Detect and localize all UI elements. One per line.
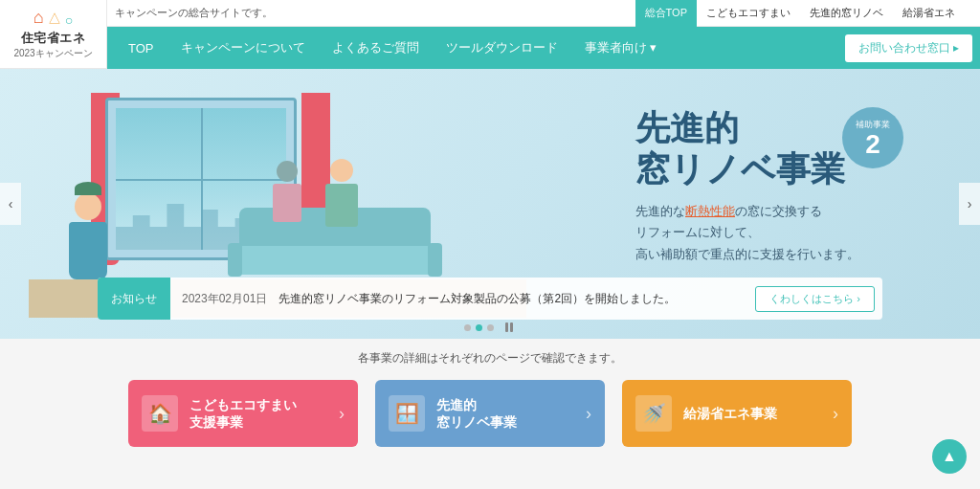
card-mado-arrow: › <box>586 404 591 424</box>
card-kyuto-text: 給湯省エネ事業 <box>683 405 821 422</box>
hero-text: 補助事業 2 先進的 窓リノベ事業 先進的な断熱性能の窓に交換する リフォームに… <box>635 98 923 265</box>
news-date: 2023年02月01日 <box>170 291 278 307</box>
hero-next-button[interactable]: › <box>959 183 980 225</box>
news-more-button[interactable]: くわしくはこちら › <box>755 286 875 312</box>
sofa-arm-right <box>428 243 442 277</box>
card-kodomo-arrow: › <box>339 404 345 424</box>
triangle-icon: △ <box>48 11 61 28</box>
nav-tools[interactable]: ツールダウンロード <box>433 27 571 69</box>
card-kodomo-text: こどもエコすまい 支援事業 <box>189 396 327 431</box>
top-bar: キャンペーンの総合サイトです。 総合TOP こどもエコすまい 先進的窓リノベ 給… <box>0 0 980 27</box>
hero-badge-num: 2 <box>865 131 880 158</box>
nav-top[interactable]: TOP <box>115 27 167 69</box>
sofa-arm-left <box>228 243 242 277</box>
nav-business[interactable]: 事業者向け ▾ <box>571 27 671 69</box>
bottom-section: 各事業の詳細はそれぞれのページで確認できます。 🏠 こどもエコすまい 支援事業 … <box>0 339 980 489</box>
sofa-seat <box>234 246 435 275</box>
card-mado-icon: 🪟 <box>389 395 425 432</box>
card-mado-text: 先進的 窓リノベ事業 <box>436 396 574 431</box>
nav-campaign[interactable]: キャンペーンについて <box>167 27 319 69</box>
pause-bar-2 <box>510 322 513 332</box>
card-kodomo-icon: 🏠 <box>142 395 178 432</box>
house-icon: ⌂ <box>33 8 44 28</box>
news-bar: お知らせ 2023年02月01日 先進的窓リノベ事業のリフォーム対象製品の公募（… <box>98 278 882 320</box>
topnav-item-kyuto[interactable]: 給湯省エネ <box>893 0 965 27</box>
card-kodomo-title-2: 支援事業 <box>189 413 327 431</box>
cards-row: 🏠 こどもエコすまい 支援事業 › 🪟 先進的 窓リノベ事業 › 🚿 給湯省エネ… <box>128 380 852 447</box>
card-kyuto-arrow: › <box>833 404 838 424</box>
hero-desc-line3: 高い補助額で重点的に支援を行います。 <box>635 244 923 265</box>
news-text: 先進的窓リノベ事業のリフォーム対象製品の公募（第2回）を開始しました。 <box>278 291 755 307</box>
card-kyuto-icon: 🚿 <box>635 395 672 432</box>
dot-3[interactable] <box>487 324 494 331</box>
card-kodomo[interactable]: 🏠 こどもエコすまい 支援事業 › <box>128 380 358 447</box>
dot-1[interactable] <box>464 324 471 331</box>
circle-icon: ○ <box>65 12 73 28</box>
person-head <box>75 193 101 220</box>
card-kyuto[interactable]: 🚿 給湯省エネ事業 › <box>622 380 852 447</box>
hero-badge: 補助事業 2 <box>842 107 903 168</box>
card-kodomo-title-1: こどもエコすまい <box>189 396 327 413</box>
logo-text-main: 住宅省エネ <box>21 30 86 47</box>
logo-icons: ⌂ △ ○ <box>33 8 73 28</box>
hero-desc-line2: リフォームに対して、 <box>635 222 923 243</box>
hero-section: ‹ <box>0 69 980 339</box>
pause-button[interactable] <box>502 321 516 334</box>
topnav-item-top[interactable]: 総合TOP <box>635 0 697 27</box>
bottom-intro: 各事業の詳細はそれぞれのページで確認できます。 <box>358 350 622 367</box>
news-tag: お知らせ <box>98 278 170 320</box>
top-nav: 総合TOP こどもエコすまい 先進的窓リノベ 給湯省エネ <box>635 0 965 27</box>
card-mado-title-2: 窓リノベ事業 <box>436 413 574 431</box>
scroll-top-button[interactable]: ▲ <box>932 439 967 474</box>
card-mado[interactable]: 🪟 先進的 窓リノベ事業 › <box>375 380 605 447</box>
pagination-dots <box>464 321 516 334</box>
topnav-item-mado[interactable]: 先進的窓リノベ <box>800 0 893 27</box>
person-hair <box>75 182 101 195</box>
card-kyuto-title-1: 給湯省エネ事業 <box>683 405 821 422</box>
logo-text-sub: 2023キャンペーン <box>13 47 92 60</box>
pause-bar-1 <box>505 322 508 332</box>
person-body <box>69 222 107 279</box>
person-standing <box>69 180 107 279</box>
person-sitting-1 <box>273 161 301 222</box>
dot-2[interactable] <box>476 324 482 331</box>
top-bar-message: キャンペーンの総合サイトです。 <box>115 6 273 20</box>
nav-faq[interactable]: よくあるご質問 <box>319 27 433 69</box>
hero-desc: 先進的な断熱性能の窓に交換する リフォームに対して、 高い補助額で重点的に支援を… <box>635 201 923 264</box>
main-nav: TOP キャンペーンについて よくあるご質問 ツールダウンロード 事業者向け ▾… <box>107 27 980 69</box>
hero-desc-line1: 先進的な断熱性能の窓に交換する <box>635 201 923 222</box>
person-sitting-2 <box>325 159 358 227</box>
contact-button[interactable]: お問い合わせ窓口 ▸ <box>845 34 972 62</box>
main-nav-links: TOP キャンペーンについて よくあるご質問 ツールダウンロード 事業者向け ▾ <box>115 27 670 69</box>
card-mado-title-1: 先進的 <box>436 396 574 413</box>
topnav-item-kodomo[interactable]: こどもエコすまい <box>697 0 800 27</box>
logo-area[interactable]: ⌂ △ ○ 住宅省エネ 2023キャンペーン <box>0 0 107 69</box>
window-divider-v <box>201 108 203 250</box>
